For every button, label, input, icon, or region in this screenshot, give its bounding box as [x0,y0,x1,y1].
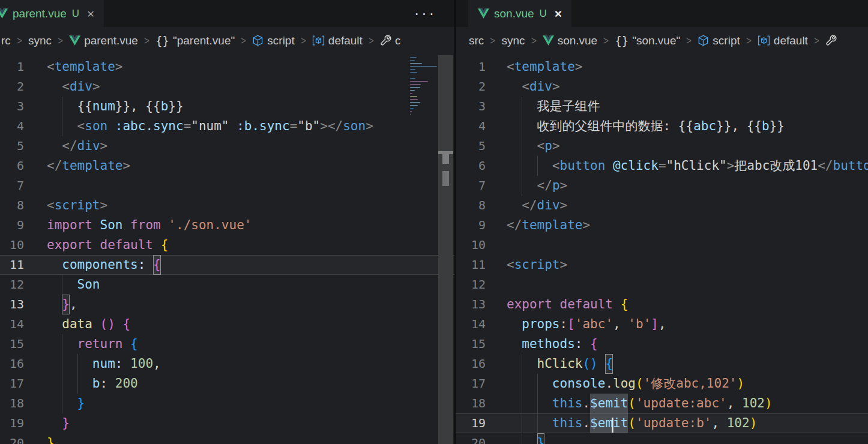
field-icon [758,35,770,46]
breadcrumb-item-sync[interactable]: sync [28,34,52,47]
code-token: div [70,77,92,97]
line-number: 6 [456,156,486,176]
code-line[interactable]: 12 [456,275,868,295]
indent-guide [522,354,522,374]
code-token: = [659,156,666,176]
code-line[interactable]: 14 props:['abc', 'b'], [456,314,868,334]
line-number: 1 [456,57,486,77]
code-token: 收到的父组件中的数据: {{ [507,116,693,136]
code-line[interactable]: 10export default { [0,235,454,255]
code-token: > [366,116,373,136]
breadcrumb-item-son.vue[interactable]: {}"son.vue" [615,34,680,47]
minimap[interactable] [410,57,438,117]
code-token: }} [770,116,785,136]
code-line[interactable]: 20 } [456,433,868,444]
code-line[interactable]: 2 <div> [0,77,454,97]
code-token: < [537,136,545,156]
code-line[interactable]: 3 {{num}}, {{b}} [0,97,454,116]
code-line[interactable]: 7 </p> [456,176,868,196]
breadcrumb-item-parent.vue[interactable]: parent.vue [69,34,138,47]
code-token [115,314,123,334]
code-line[interactable]: 8 </div> [456,196,868,215]
code-token: { [161,235,169,255]
scrollbar[interactable] [438,55,453,444]
code-token [507,156,552,176]
braces-icon: {} [155,34,169,47]
code-line[interactable]: 10 [456,235,868,255]
code-line[interactable]: 2 <div> [456,77,868,97]
code-line[interactable]: 6</template> [0,156,454,176]
close-icon[interactable]: × [87,7,94,20]
vscode-workbench: parent.vue U × ··· rc>sync>parent.vue>{}… [0,0,868,444]
code-line[interactable]: 5 </div> [0,136,454,156]
indent-guide [522,136,522,156]
code-line[interactable]: 3 我是子组件 [456,97,868,116]
breadcrumb-item-wrench[interactable] [825,35,840,46]
code-line[interactable]: 9import Son from './son.vue' [0,215,454,235]
breadcrumb-item-default[interactable]: default [758,34,808,47]
code-token: > [552,136,560,156]
code-line[interactable]: 17 console.log('修改abc,102') [456,374,868,394]
code-line[interactable]: 8<script> [0,196,454,215]
code-line[interactable]: 19 this.$emit('update:b', 102) [456,413,868,433]
breadcrumb-item-src[interactable]: src [469,34,484,47]
breadcrumb-item-rc[interactable]: rc [1,34,11,47]
code-token: 'abc' [575,314,613,334]
code-token: hClick [537,354,583,374]
line-number: 20 [456,433,486,444]
line-number: 5 [0,136,24,156]
breadcrumb-item-son.vue[interactable]: son.vue [543,34,598,47]
code-line[interactable]: 4 <son :abc.sync="num" :b.sync="b"></son… [0,116,454,136]
code-line[interactable]: 17 b: 200 [0,374,454,394]
code-token: b [92,374,100,394]
code-line[interactable]: 15 methods: { [456,334,868,354]
breadcrumb-item-sync[interactable]: sync [501,34,525,47]
code-line[interactable]: 14 data () { [0,314,454,334]
code-line[interactable]: 11 components: { [0,255,454,275]
code-token: b [762,116,770,136]
breadcrumb-label: parent.vue [84,34,138,47]
code-token: < [47,196,55,215]
tab-parent-vue[interactable]: parent.vue U × [0,0,104,27]
minimap-line [410,57,417,58]
code-token: components [62,255,137,275]
code-line[interactable]: 4 收到的父组件中的数据: {{abc}}, {{b}} [456,116,868,136]
breadcrumb-item-script[interactable]: script [252,34,294,47]
minimap-line [410,66,437,67]
code-editor[interactable]: 1<template>2 <div>3 {{num}}, {{b}}4 <son… [0,54,454,444]
code-token: > [575,57,583,77]
code-token [47,354,92,374]
line-content: export default { [507,295,628,314]
code-line[interactable]: 13 }, [0,295,454,314]
code-line[interactable]: 20} [0,433,454,444]
code-line[interactable]: 7 [0,176,454,196]
breadcrumb-item-default[interactable]: default [312,34,363,47]
code-line[interactable]: 13export default { [456,295,868,314]
close-icon[interactable]: × [555,7,562,20]
code-line[interactable]: 18 } [0,394,454,413]
code-line[interactable]: 9</template> [456,215,868,235]
code-token [47,77,62,97]
code-line[interactable]: 11<script> [456,255,868,275]
code-line[interactable]: 1<template> [0,57,454,77]
breadcrumb-item-parent.vue[interactable]: {}"parent.vue" [155,34,235,47]
breadcrumb-item-script[interactable]: script [698,34,740,47]
line-number: 1 [0,57,24,77]
code-line[interactable]: 19 } [0,413,454,433]
code-line[interactable]: 6 <button @click="hClick">把abc改成101</but… [456,156,868,176]
more-actions-icon[interactable]: ··· [414,0,436,27]
breadcrumb-item-c[interactable]: c [380,34,401,47]
tab-son-vue[interactable]: son.vue U × [468,0,571,27]
code-line[interactable]: 1<template> [456,57,868,77]
code-line[interactable]: 15 return { [0,334,454,354]
code-line[interactable]: 5 <p> [456,136,868,156]
code-line[interactable]: 16 hClick() { [456,354,868,374]
code-line[interactable]: 16 num: 100, [0,354,454,374]
git-untracked-badge: U [540,8,547,20]
code-line[interactable]: 12 Son [0,275,454,295]
line-number: 4 [0,116,24,136]
code-line[interactable]: 18 this.$emit('update:abc', 102) [456,394,868,413]
code-token: button [560,156,606,176]
code-token: { [122,314,130,334]
code-editor[interactable]: 1<template>2 <div>3 我是子组件4 收到的父组件中的数据: {… [456,54,868,444]
